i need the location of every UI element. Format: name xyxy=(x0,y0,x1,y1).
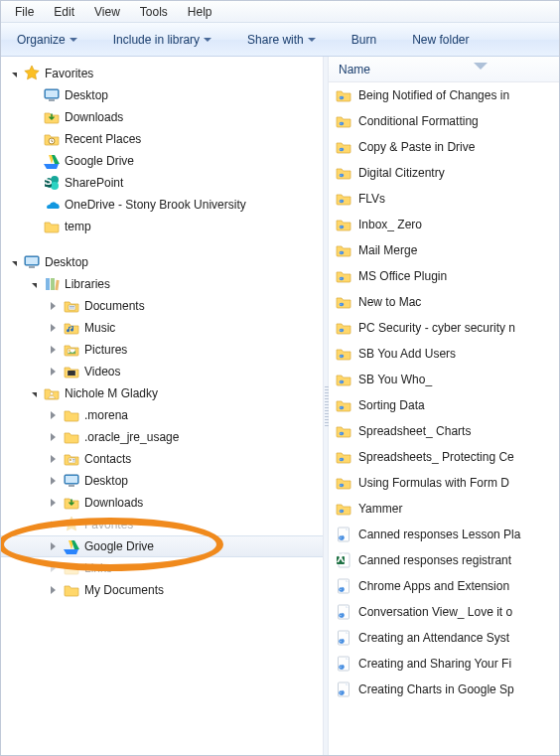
menu-edit[interactable]: Edit xyxy=(44,3,84,21)
expand-icon[interactable] xyxy=(47,366,59,378)
library-item-3[interactable]: Videos xyxy=(1,361,323,382)
favorites-item-2[interactable]: Recent Places xyxy=(1,128,323,150)
favorites-item-6[interactable]: temp xyxy=(1,216,323,237)
user-item-5[interactable]: Favorites xyxy=(1,514,323,535)
expand-icon[interactable] xyxy=(47,497,59,509)
file-item[interactable]: MS Office Plugin xyxy=(329,263,559,289)
file-item[interactable]: Using Formulas with Form D xyxy=(329,470,559,496)
file-item[interactable]: Canned responses Lesson Pla xyxy=(329,522,559,547)
library-item-2[interactable]: Pictures xyxy=(1,339,323,361)
tree-item-label: Music xyxy=(84,321,115,335)
library-item-0[interactable]: Documents xyxy=(1,295,323,317)
file-item[interactable]: Creating and Sharing Your Fi xyxy=(329,651,559,677)
expand-icon[interactable] xyxy=(47,300,59,312)
menu-file[interactable]: File xyxy=(5,3,44,21)
navigation-pane[interactable]: Favorites Desktop Downloads Recent Place… xyxy=(1,57,323,755)
expand-icon[interactable] xyxy=(47,584,59,596)
file-item[interactable]: Digital Citizentry xyxy=(329,160,559,186)
expand-icon[interactable] xyxy=(47,475,59,487)
file-item[interactable]: Chrome Apps and Extension xyxy=(329,573,559,599)
file-item[interactable]: Conversation View_ Love it o xyxy=(329,599,559,625)
favorites-item-1[interactable]: Downloads xyxy=(1,106,323,128)
expand-icon[interactable] xyxy=(47,409,59,421)
user-item-7[interactable]: Links xyxy=(1,557,323,579)
menu-view[interactable]: View xyxy=(84,3,130,21)
file-item[interactable]: Inbox_ Zero xyxy=(329,212,559,237)
menu-tools[interactable]: Tools xyxy=(130,3,178,21)
file-item[interactable]: Yammer xyxy=(329,496,559,522)
file-item[interactable]: Being Notified of Changes in xyxy=(329,82,559,108)
collapse-icon[interactable] xyxy=(27,387,39,399)
user-item-0[interactable]: .morena xyxy=(1,404,323,426)
tree-spacer xyxy=(27,133,39,145)
tree-item-label: Recent Places xyxy=(65,132,141,146)
file-name-label: Spreadsheet_ Charts xyxy=(358,424,471,438)
expand-icon[interactable] xyxy=(47,322,59,334)
user-item-8[interactable]: My Documents xyxy=(1,579,323,601)
pane-splitter[interactable] xyxy=(323,57,329,755)
new-folder-button[interactable]: New folder xyxy=(406,30,475,50)
favorites-item-5[interactable]: OneDrive - Stony Brook University xyxy=(1,194,323,216)
file-item[interactable]: New to Mac xyxy=(329,289,559,315)
file-item[interactable]: Sorting Data xyxy=(329,392,559,418)
file-item[interactable]: Mail Merge xyxy=(329,237,559,263)
file-item[interactable]: Spreadsheet_ Charts xyxy=(329,418,559,444)
organize-button[interactable]: Organize xyxy=(11,30,83,50)
collapse-icon[interactable] xyxy=(7,256,19,268)
file-name-label: Conversation View_ Love it o xyxy=(358,605,512,619)
menu-help[interactable]: Help xyxy=(178,3,222,21)
include-label: Include in library xyxy=(113,33,200,47)
file-item[interactable]: Creating an Attendance Syst xyxy=(329,625,559,651)
tree-favorites[interactable]: Favorites xyxy=(1,63,323,84)
user-item-6[interactable]: Google Drive xyxy=(1,535,323,557)
favorites-item-3[interactable]: Google Drive xyxy=(1,150,323,172)
collapse-icon[interactable] xyxy=(27,278,39,290)
tree-item-label: temp xyxy=(65,220,91,233)
tree-item-label: OneDrive - Stony Brook University xyxy=(65,198,246,212)
folder-icon xyxy=(63,581,80,599)
share-with-button[interactable]: Share with xyxy=(241,30,322,50)
menubar: File Edit View Tools Help xyxy=(1,1,559,23)
tree-libraries[interactable]: Libraries xyxy=(1,273,323,295)
file-name-label: Creating Charts in Google Sp xyxy=(358,682,514,696)
expand-icon[interactable] xyxy=(47,519,59,530)
file-name-label: New to Mac xyxy=(358,295,421,309)
expand-icon[interactable] xyxy=(47,562,59,574)
user-item-1[interactable]: .oracle_jre_usage xyxy=(1,426,323,448)
file-name-label: SB You Who_ xyxy=(358,373,432,386)
favorites-item-4[interactable]: SharePoint xyxy=(1,172,323,194)
burn-button[interactable]: Burn xyxy=(346,30,382,50)
expand-icon[interactable] xyxy=(47,453,59,465)
file-item[interactable]: Conditional Formatting xyxy=(329,108,559,134)
file-item[interactable]: Spreadsheets_ Protecting Ce xyxy=(329,444,559,470)
folder-icon xyxy=(63,428,80,446)
gfolder-icon xyxy=(335,319,352,337)
file-item[interactable]: Canned responses registrant xyxy=(329,547,559,573)
column-header-name[interactable]: Name xyxy=(329,57,559,82)
tree-desktop[interactable]: Desktop xyxy=(1,251,323,273)
favorites-item-0[interactable]: Desktop xyxy=(1,84,323,106)
file-name-label: MS Office Plugin xyxy=(358,269,447,283)
file-list[interactable]: Being Notified of Changes in Conditional… xyxy=(329,82,559,755)
tree-item-label: Favorites xyxy=(45,67,93,80)
expand-icon[interactable] xyxy=(47,431,59,443)
include-in-library-button[interactable]: Include in library xyxy=(107,30,217,50)
user-item-3[interactable]: Desktop xyxy=(1,470,323,492)
file-item[interactable]: SB You Who_ xyxy=(329,367,559,392)
file-item[interactable]: SB You Add Users xyxy=(329,341,559,367)
expand-icon[interactable] xyxy=(47,540,59,552)
file-item[interactable]: PC Security - cyber security n xyxy=(329,315,559,341)
user-item-2[interactable]: Contacts xyxy=(1,448,323,470)
file-item[interactable]: Creating Charts in Google Sp xyxy=(329,677,559,702)
toolbar: Organize Include in library Share with B… xyxy=(1,23,559,57)
gfolder-icon xyxy=(335,371,352,388)
file-item[interactable]: FLVs xyxy=(329,186,559,212)
user-item-4[interactable]: Downloads xyxy=(1,492,323,514)
expand-icon[interactable] xyxy=(47,344,59,356)
file-item[interactable]: Copy & Paste in Drive xyxy=(329,134,559,160)
tree-user-folder[interactable]: Nichole M Gladky xyxy=(1,382,323,404)
file-name-label: Chrome Apps and Extension xyxy=(358,579,509,593)
collapse-icon[interactable] xyxy=(7,68,19,79)
downloads-icon xyxy=(63,494,80,512)
library-item-1[interactable]: Music xyxy=(1,317,323,339)
